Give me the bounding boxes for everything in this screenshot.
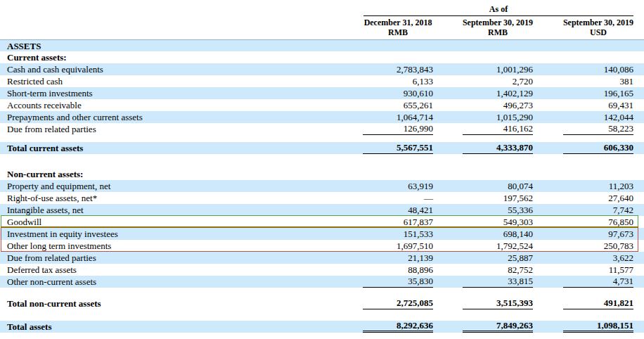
column-currency: RMB xyxy=(356,27,440,37)
row-label: Other long term investments xyxy=(0,240,333,252)
row-label: Cash and cash equivalents xyxy=(0,63,333,75)
value-sep-2019-usd: 58,223 xyxy=(563,123,633,135)
table-row-short-term-investments: Short-term investments 930,610 1,402,129… xyxy=(0,87,644,99)
subsection-non-current-assets: Non-current assets: xyxy=(0,168,644,180)
table-row-total-assets: Total assets 8,292,636 7,849,263 1,098,1… xyxy=(0,321,644,333)
table-row-other-non-current-assets: Other non-current assets 35,830 33,815 4… xyxy=(0,276,644,288)
column-header-sep-2019-rmb: September 30, 2019 RMB xyxy=(433,18,533,37)
value-sep-2019-rmb: 82,752 xyxy=(463,264,533,276)
value-sep-2019-usd: 11,577 xyxy=(563,264,633,276)
value-sep-2019-rmb: 7,849,263 xyxy=(463,321,533,333)
value-sep-2019-usd: 11,203 xyxy=(563,180,633,192)
value-dec-2018-rmb: 48,421 xyxy=(363,204,433,216)
value-dec-2018-rmb: 2,783,843 xyxy=(363,63,433,75)
subsection-label: Non-current assets: xyxy=(0,168,333,180)
value-dec-2018-rmb: 63,919 xyxy=(363,180,433,192)
value-sep-2019-usd: 140,086 xyxy=(563,63,633,75)
column-date: September 30, 2019 xyxy=(456,18,540,27)
row-label: Accounts receivable xyxy=(0,99,333,111)
value-sep-2019-rmb: 1,792,524 xyxy=(463,240,533,252)
row-label: Prepayments and other current assets xyxy=(0,111,333,123)
value-sep-2019-usd: 97,673 xyxy=(563,228,633,240)
value-dec-2018-rmb: 35,830 xyxy=(363,276,433,288)
value-dec-2018-rmb: 1,697,510 xyxy=(363,240,433,252)
column-date: December 31, 2018 xyxy=(356,18,440,27)
row-label: Total assets xyxy=(0,321,333,333)
value-sep-2019-rmb: 197,562 xyxy=(463,192,533,204)
header-columns: As of December 31, 2018 RMB September 30… xyxy=(333,4,633,39)
subsection-current-assets: Current assets: xyxy=(0,51,644,63)
subsection-label: Current assets: xyxy=(0,51,333,63)
row-label: Property and equipment, net xyxy=(0,180,333,192)
value-dec-2018-rmb: 21,139 xyxy=(363,252,433,264)
table-row-right-of-use-assets: Right-of-use assets, net* — 197,562 27,6… xyxy=(0,192,644,204)
column-currency: RMB xyxy=(456,27,540,37)
table-row-total-non-current-assets: Total non-current assets 2,725,085 3,515… xyxy=(0,298,644,309)
row-label: Due from related parties xyxy=(0,123,333,135)
value-dec-2018-rmb: — xyxy=(363,192,433,204)
spacer xyxy=(0,309,644,321)
value-sep-2019-usd: 142,044 xyxy=(563,111,633,123)
table-row-investment-in-equity-investees: Investment in equity investees 151,533 6… xyxy=(0,228,644,240)
value-sep-2019-rmb: 2,720 xyxy=(463,75,533,87)
row-label: Restricted cash xyxy=(0,75,333,87)
value-sep-2019-usd: 27,640 xyxy=(563,192,633,204)
value-sep-2019-rmb: 55,336 xyxy=(463,204,533,216)
section-label: ASSETS xyxy=(0,40,333,51)
table-row-deferred-tax-assets: Deferred tax assets 88,896 82,752 11,577 xyxy=(0,264,644,276)
value-dec-2018-rmb: 930,610 xyxy=(363,87,433,99)
column-header-sep-2019-usd: September 30, 2019 USD xyxy=(533,18,633,37)
value-sep-2019-rmb: 496,273 xyxy=(463,99,533,111)
value-sep-2019-usd: 4,731 xyxy=(563,276,633,288)
value-sep-2019-usd: 3,622 xyxy=(563,252,633,264)
row-label: Intangible assets, net xyxy=(0,204,333,216)
table-row-property-and-equipment: Property and equipment, net 63,919 80,07… xyxy=(0,180,644,192)
value-sep-2019-usd: 7,742 xyxy=(563,204,633,216)
spacer xyxy=(0,288,644,298)
row-label: Right-of-use assets, net* xyxy=(0,192,333,204)
table-row-intangible-assets: Intangible assets, net 48,421 55,336 7,7… xyxy=(0,204,644,216)
table-row-due-from-related-parties-current: Due from related parties 126,990 416,162… xyxy=(0,123,644,135)
as-of-label: As of xyxy=(363,4,633,16)
value-sep-2019-usd: 196,165 xyxy=(563,87,633,99)
table-row-prepayments: Prepayments and other current assets 1,0… xyxy=(0,111,644,123)
row-label: Total current assets xyxy=(0,142,333,154)
value-sep-2019-rmb: 416,162 xyxy=(463,123,533,135)
row-label: Other non-current assets xyxy=(0,276,333,288)
header-spacer xyxy=(0,4,333,39)
table-row-cash-and-cash-equivalents: Cash and cash equivalents 2,783,843 1,00… xyxy=(0,63,644,75)
value-dec-2018-rmb: 617,837 xyxy=(363,216,433,228)
value-dec-2018-rmb: 8,292,636 xyxy=(363,321,433,333)
value-dec-2018-rmb: 1,064,714 xyxy=(363,111,433,123)
value-sep-2019-rmb: 1,402,129 xyxy=(463,87,533,99)
value-dec-2018-rmb: 5,567,551 xyxy=(363,142,433,154)
value-sep-2019-usd: 381 xyxy=(563,75,633,87)
row-label: Goodwill xyxy=(0,216,333,228)
table-row-due-from-related-parties-non-current: Due from related parties 21,139 25,887 3… xyxy=(0,252,644,264)
table-row-accounts-receivable: Accounts receivable 655,261 496,273 69,4… xyxy=(0,99,644,111)
value-sep-2019-rmb: 33,815 xyxy=(463,276,533,288)
row-label: Due from related parties xyxy=(0,252,333,264)
value-sep-2019-usd: 1,098,151 xyxy=(563,321,633,333)
table-row-restricted-cash: Restricted cash 6,133 2,720 381 xyxy=(0,75,644,87)
table-row-goodwill: Goodwill 617,837 549,303 76,850 xyxy=(0,216,644,228)
column-currency: USD xyxy=(556,27,640,37)
row-label: Deferred tax assets xyxy=(0,264,333,276)
column-headers: December 31, 2018 RMB September 30, 2019… xyxy=(333,18,633,37)
value-dec-2018-rmb: 6,133 xyxy=(363,75,433,87)
value-dec-2018-rmb: 655,261 xyxy=(363,99,433,111)
value-sep-2019-rmb: 1,015,290 xyxy=(463,111,533,123)
value-sep-2019-rmb: 3,515,393 xyxy=(463,298,533,309)
value-dec-2018-rmb: 2,725,085 xyxy=(363,298,433,309)
column-date: September 30, 2019 xyxy=(556,18,640,27)
value-dec-2018-rmb: 126,990 xyxy=(363,123,433,135)
value-sep-2019-rmb: 25,887 xyxy=(463,252,533,264)
spacer xyxy=(0,135,644,142)
table-header: As of December 31, 2018 RMB September 30… xyxy=(0,0,644,39)
section-title-assets: ASSETS xyxy=(0,39,644,51)
value-dec-2018-rmb: 88,896 xyxy=(363,264,433,276)
column-header-dec-2018-rmb: December 31, 2018 RMB xyxy=(333,18,433,37)
value-sep-2019-rmb: 80,074 xyxy=(463,180,533,192)
value-sep-2019-usd: 69,431 xyxy=(563,99,633,111)
value-sep-2019-usd: 76,850 xyxy=(563,216,633,228)
